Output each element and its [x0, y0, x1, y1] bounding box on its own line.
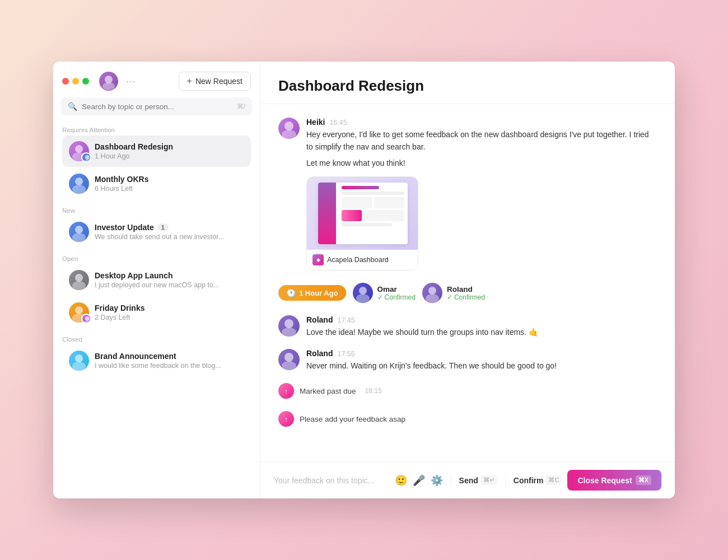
- system-icon-1: ↑: [278, 383, 294, 399]
- close-request-button[interactable]: Close Request ⌘X: [567, 470, 661, 491]
- chat-body: Heiki 16:45 Hey everyone, I'd like to ge…: [260, 104, 675, 461]
- check-icon-omar: ✓: [377, 293, 383, 301]
- emoji-button[interactable]: 🙂: [395, 474, 407, 487]
- convo-title-desktop: Desktop App Launch: [95, 271, 244, 280]
- search-bar: 🔍 ⌘/: [61, 97, 252, 115]
- svg-point-12: [75, 306, 83, 314]
- svg-point-19: [282, 130, 296, 139]
- mic-button[interactable]: 🎤: [413, 474, 425, 487]
- convo-title-investor: Investor Update 1: [95, 223, 244, 232]
- traffic-lights: [62, 78, 89, 85]
- send-button[interactable]: Send ⌘↵: [459, 475, 497, 485]
- chat-header: Dashboard Redesign: [260, 62, 675, 104]
- svg-point-17: [72, 362, 86, 371]
- settings-button[interactable]: ⚙️: [431, 474, 443, 487]
- send-label: Send: [459, 476, 478, 485]
- attachment-footer: ◆ Acapela Dashboard: [307, 250, 418, 270]
- roland-msg-header-1: Roland 17:45: [306, 315, 657, 324]
- convo-subtitle-friday: 2 Days Left: [95, 314, 244, 321]
- app-window: ··· + New Request 🔍 ⌘/ Requires Attentio…: [53, 62, 675, 498]
- convo-avatar-desktop: [69, 270, 89, 290]
- mockup-content: [342, 186, 404, 226]
- new-request-button[interactable]: + New Request: [179, 72, 251, 91]
- attachment-card[interactable]: ◆ Acapela Dashboard: [306, 176, 418, 270]
- send-shortcut: ⌘↵: [480, 475, 497, 485]
- svg-point-23: [426, 294, 439, 303]
- convo-subtitle-dashboard: 1 Hour Ago: [95, 152, 244, 160]
- status-time-badge: 🕐 1 Hour Ago: [278, 285, 346, 301]
- heiki-message-content: Heiki 16:45 Hey everyone, I'd like to ge…: [306, 118, 657, 270]
- svg-point-1: [102, 82, 115, 90]
- svg-point-25: [282, 328, 296, 337]
- search-icon: 🔍: [68, 102, 77, 111]
- minimize-traffic-light[interactable]: [72, 78, 79, 85]
- confirmed-user-omar: Omar ✓ Confirmed: [353, 283, 416, 303]
- roland-avatar-2: [278, 349, 300, 370]
- mockup-row-2: [342, 210, 404, 221]
- svg-point-15: [83, 321, 91, 324]
- confirm-label: Confirm: [514, 476, 544, 485]
- mockup-block-1: [342, 197, 372, 208]
- convo-item-investor-update[interactable]: Investor Update 1 We should take send ou…: [62, 216, 251, 248]
- convo-item-monthly-okrs[interactable]: Monthly OKRs 6 Hours Left: [62, 168, 251, 199]
- attachment-icon: ◆: [312, 254, 324, 265]
- roland-msg-header-2: Roland 17:55: [306, 349, 657, 358]
- mockup-bar-accent: [342, 186, 379, 189]
- heiki-text: Hey everyone, I'd like to get some feedb…: [306, 129, 657, 170]
- roland-time-2: 17:55: [337, 350, 354, 358]
- convo-subtitle-okrs: 6 Hours Left: [95, 185, 244, 193]
- divider-2: [505, 475, 506, 486]
- roland-info: Roland ✓ Confirmed: [447, 285, 485, 301]
- svg-point-18: [284, 122, 293, 130]
- section-label-closed: Closed: [62, 336, 251, 343]
- convo-avatar-brand: [69, 351, 89, 371]
- convo-info-friday: Friday Drinks 2 Days Left: [95, 304, 244, 321]
- main-panel: Dashboard Redesign Heiki 16:45: [260, 62, 675, 498]
- svg-point-6: [75, 178, 83, 185]
- check-icon-roland: ✓: [447, 293, 452, 301]
- convo-subtitle-investor: We should take send out a new investor..…: [95, 233, 244, 241]
- system-time-1: 18:15: [365, 387, 382, 395]
- mockup-row-1: [342, 197, 404, 208]
- section-requires-attention: Requires Attention: [53, 121, 260, 202]
- message-roland-2: Roland 17:55 Never mind. Waiting on Krij…: [278, 349, 657, 372]
- svg-point-8: [75, 226, 83, 234]
- search-shortcut: ⌘/: [237, 102, 245, 110]
- convo-avatar-okrs: [69, 174, 89, 194]
- close-traffic-light[interactable]: [62, 78, 69, 85]
- mockup-bar-2: [342, 223, 392, 226]
- status-time-text: 1 Hour Ago: [299, 289, 338, 297]
- svg-point-9: [72, 233, 86, 242]
- status-row: 🕐 1 Hour Ago Omar ✓ Confirmed: [278, 281, 657, 305]
- svg-point-20: [359, 287, 367, 295]
- roland-avatar-status: [422, 283, 442, 303]
- convo-item-brand-announcement[interactable]: Brand Announcement I would like some fee…: [62, 345, 251, 376]
- chat-title: Dashboard Redesign: [278, 77, 657, 95]
- confirm-button[interactable]: Confirm ⌘C: [514, 475, 562, 485]
- convo-item-desktop-app[interactable]: Desktop App Launch I just deployed our n…: [62, 264, 251, 296]
- omar-avatar: [353, 283, 373, 303]
- search-input[interactable]: [82, 102, 232, 111]
- system-text-2: Please add your feedback asap: [300, 415, 405, 423]
- convo-item-friday-drinks[interactable]: Friday Drinks 2 Days Left: [62, 297, 251, 328]
- investor-badge: 1: [157, 223, 169, 231]
- roland-avatar-1: [278, 315, 300, 337]
- convo-item-dashboard-redesign[interactable]: Dashboard Redesign 1 Hour Ago: [62, 136, 251, 167]
- system-message-1: ↑ Marked past due 18:15: [278, 382, 657, 400]
- user-avatar: [99, 72, 118, 91]
- roland-name-1: Roland: [306, 315, 333, 324]
- feedback-input[interactable]: [274, 476, 389, 485]
- menu-dots-button[interactable]: ···: [124, 74, 138, 88]
- convo-subtitle-desktop: I just deployed our new macOS app to...: [95, 281, 244, 289]
- divider-1: [451, 475, 451, 486]
- omar-status: ✓ Confirmed: [377, 293, 416, 301]
- maximize-traffic-light[interactable]: [82, 78, 89, 85]
- convo-info-brand: Brand Announcement I would like some fee…: [95, 352, 244, 370]
- input-icons: 🙂 🎤 ⚙️: [395, 474, 443, 487]
- convo-avatar-wrap-okrs: [69, 174, 89, 194]
- convo-avatar-wrap-friday: [69, 302, 89, 323]
- roland-text-2: Never mind. Waiting on Krijn's feedback.…: [306, 360, 657, 372]
- roland-status: ✓ Confirmed: [447, 293, 485, 301]
- svg-point-14: [85, 316, 90, 321]
- convo-avatar-wrap-desktop: [69, 270, 89, 290]
